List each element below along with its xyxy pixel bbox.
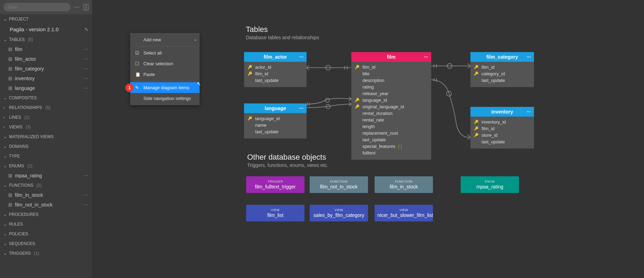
tree-item[interactable]: film_category⋯	[0, 64, 92, 74]
menu-select-all[interactable]: ☑ Select all	[130, 48, 200, 58]
table-column[interactable]: 🔑film_id	[355, 64, 428, 70]
tree-header[interactable]: ⌄TYPE	[0, 151, 92, 161]
more-icon[interactable]: ⋯	[299, 106, 304, 111]
table-column[interactable]: rating	[355, 84, 428, 90]
table-card-inventory[interactable]: inventory⋯🔑inventory_id🔑film_id🔑store_id…	[470, 107, 534, 149]
more-icon[interactable]: ⋯	[83, 76, 89, 81]
table-column[interactable]: replacement_cost	[355, 130, 428, 136]
object-type: TRIGGER	[249, 180, 302, 183]
tree-header[interactable]: ›LINES (1)	[0, 112, 92, 122]
table-column[interactable]: name	[248, 122, 303, 128]
more-icon[interactable]: ⋯	[299, 54, 304, 59]
column-name: special_features	[362, 144, 395, 149]
object-card[interactable]: FUNCTIONfilm_not_in_stock	[310, 176, 368, 193]
more-icon[interactable]: ⋯	[83, 202, 89, 208]
table-column[interactable]: 🔑language_id	[248, 115, 303, 122]
menu-add-new[interactable]: Add new ›	[130, 34, 200, 45]
table-column[interactable]: rental_rate	[355, 117, 428, 123]
tree-header-project[interactable]: ⌄ PROJECT	[0, 14, 92, 24]
more-icon[interactable]: ⋯	[83, 47, 89, 52]
table-column[interactable]: last_update	[248, 128, 303, 135]
tree-header[interactable]: ⌄MATERIALIZED VIEWS	[0, 132, 92, 142]
table-column[interactable]: last_update	[474, 138, 530, 145]
table-column[interactable]: 🔑actor_id	[248, 64, 303, 70]
table-header[interactable]: film_actor⋯	[244, 52, 307, 62]
table-column[interactable]: length	[355, 123, 428, 130]
table-column[interactable]: last_update	[248, 77, 303, 84]
table-column[interactable]: 🔑inventory_id	[474, 119, 530, 125]
object-card[interactable]: VIEWsales_by_film_category	[310, 205, 368, 221]
tree-item[interactable]: language⋯	[0, 83, 92, 93]
tree-header[interactable]: ⌄POLICIES	[0, 229, 92, 239]
table-column[interactable]: 🔑store_id	[474, 132, 530, 138]
table-column[interactable]: 🔑film_id	[474, 64, 530, 70]
tree-header[interactable]: ⌄RULES	[0, 219, 92, 229]
table-column[interactable]: last_update	[474, 77, 530, 84]
table-header[interactable]: film⋯	[351, 52, 431, 62]
tree-item[interactable]: film_not_in_stock⋯	[0, 200, 92, 210]
table-card-language[interactable]: language⋯🔑language_idnamelast_update	[244, 103, 307, 138]
table-column[interactable]: fulltext	[355, 150, 428, 156]
table-card-film[interactable]: film⋯🔑film_idtitledescriptionratingrelea…	[351, 52, 431, 160]
tree-header[interactable]: ⌄DOMAINS	[0, 142, 92, 151]
object-card[interactable]: VIEWnicer_but_slower_film_list	[375, 205, 433, 221]
more-icon[interactable]: ⋯	[527, 109, 531, 114]
table-column[interactable]: 🔑film_id	[474, 125, 530, 132]
project-name-row[interactable]: Pagila - version 2.1.0 ✎	[0, 24, 92, 35]
more-icon[interactable]: ⋯	[83, 66, 89, 71]
more-icon[interactable]: ⋯	[424, 54, 428, 59]
tree-count: (3)	[25, 125, 31, 129]
more-icon[interactable]: ⋯	[83, 85, 89, 91]
tree-header[interactable]: ⌄COMPOSITES	[0, 93, 92, 103]
table-header[interactable]: inventory⋯	[470, 107, 534, 117]
table-column[interactable]: 🔑original_language_id	[355, 103, 428, 110]
tree-item[interactable]: film⋯	[0, 44, 92, 54]
table-column[interactable]: 🔑film_id	[248, 70, 303, 77]
table-card-film-category[interactable]: film_category⋯🔑film_id🔑category_idlast_u…	[470, 52, 534, 87]
table-column[interactable]: rental_duration	[355, 110, 428, 117]
filter-input[interactable]	[3, 3, 70, 11]
tree-header[interactable]: ›RELATIONSHIPS (5)	[0, 103, 92, 112]
table-column[interactable]: 🔑language_id	[355, 97, 428, 103]
tree-header[interactable]: ⌄ENUMS (1)	[0, 161, 92, 171]
table-column[interactable]: title	[355, 70, 428, 77]
tree-header[interactable]: ›VIEWS (3)	[0, 122, 92, 132]
tree-header[interactable]: ⌄TABLES (5)	[0, 35, 92, 44]
object-card[interactable]: ENUMmpaa_rating	[461, 176, 519, 193]
tree-count: (2)	[35, 183, 42, 188]
column-name: film_id	[482, 65, 495, 70]
more-icon[interactable]: ⋯	[74, 4, 80, 10]
object-card[interactable]: VIEWfilm_list	[246, 205, 304, 221]
object-card[interactable]: FUNCTIONfilm_in_stock	[375, 176, 433, 193]
tree-item[interactable]: inventory⋯	[0, 74, 92, 83]
tree-header[interactable]: ⌄PROCEDURES	[0, 210, 92, 219]
tree-item[interactable]: film_in_stock⋯	[0, 190, 92, 200]
tree-header[interactable]: ⌄FUNCTIONS (2)	[0, 180, 92, 190]
tree-header[interactable]: ⌄TRIGGERS (1)	[0, 248, 92, 258]
tree-header[interactable]: ⌄SEQUENCES	[0, 239, 92, 248]
edit-icon[interactable]: ✎	[84, 27, 89, 32]
table-column[interactable]: 🔑category_id	[474, 70, 530, 77]
more-icon[interactable]: ⋯	[527, 54, 531, 59]
more-icon[interactable]: ⋯	[83, 192, 89, 198]
more-icon[interactable]: ⋯	[83, 173, 89, 178]
tree-item[interactable]: mpaa_rating⋯	[0, 171, 92, 180]
table-column[interactable]: special_features [ ]	[355, 143, 428, 150]
columns-icon[interactable]	[83, 4, 89, 10]
column-name: store_id	[482, 133, 497, 138]
more-icon[interactable]: ⋯	[83, 56, 89, 62]
object-name: nicer_but_slower_film_list	[377, 212, 430, 218]
table-column[interactable]: last_update	[355, 136, 428, 143]
table-column[interactable]: description	[355, 77, 428, 84]
table-column[interactable]: release_year	[355, 90, 428, 97]
table-header[interactable]: language⋯	[244, 103, 307, 113]
object-card[interactable]: TRIGGERfilm_fulltext_trigger	[246, 176, 304, 193]
menu-manage-diagram[interactable]: 1 ✎ Manage diagram items	[130, 82, 200, 93]
menu-paste[interactable]: 📋 Paste	[130, 69, 200, 80]
item-box-icon	[8, 174, 12, 178]
table-card-film-actor[interactable]: film_actor⋯🔑actor_id🔑film_idlast_update	[244, 52, 307, 87]
menu-clear-selection[interactable]: ☐ Clear selection	[130, 58, 200, 69]
menu-side-nav-settings[interactable]: Side navigation settings	[130, 93, 200, 104]
tree-item[interactable]: film_actor⋯	[0, 54, 92, 64]
table-header[interactable]: film_category⋯	[470, 52, 534, 62]
